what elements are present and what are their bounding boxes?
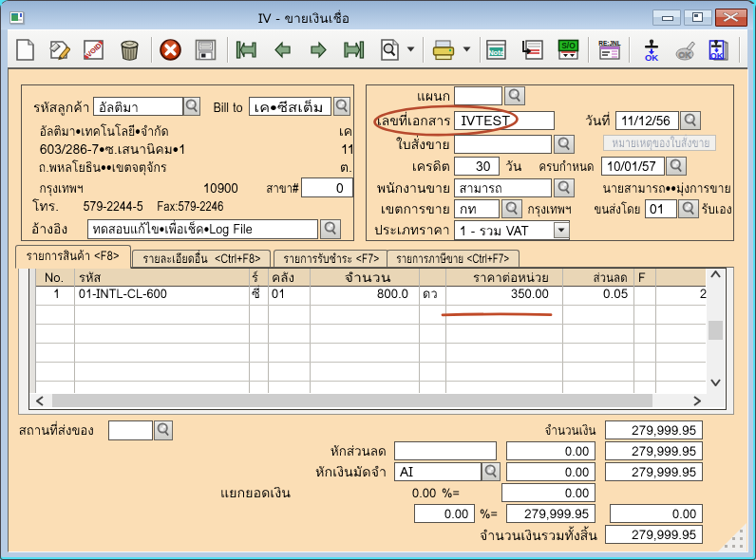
svg-text:S/O: S/O [561,41,576,50]
svg-text:OK: OK [645,52,658,61]
svg-text:OK: OK [678,50,691,60]
svg-text:RE:JNL: RE:JNL [598,40,621,47]
svg-text:OK: OK [710,51,724,61]
svg-text:Note: Note [488,48,504,57]
